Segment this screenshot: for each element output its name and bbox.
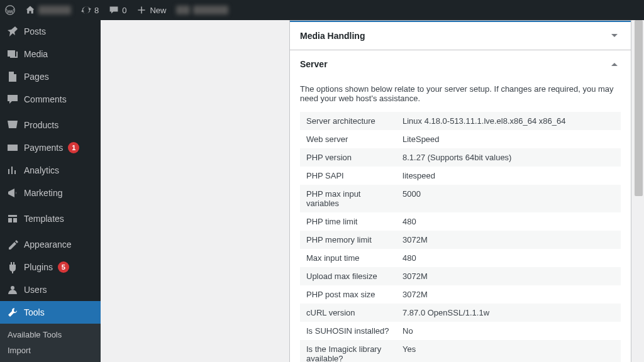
comments-link[interactable]: 0 <box>104 0 131 20</box>
table-row: Is the Imagick library available?Yes <box>300 340 621 362</box>
page-icon <box>6 70 19 83</box>
product-icon <box>6 119 19 131</box>
sidebar-item-comments[interactable]: Comments <box>0 88 101 111</box>
sidebar-item-label: Templates <box>24 214 64 224</box>
sidebar-item-label: Comments <box>24 94 67 104</box>
info-value: Yes <box>396 340 621 362</box>
extra-item[interactable] <box>171 0 233 20</box>
table-row: PHP version8.1.27 (Supports 64bit values… <box>300 148 621 167</box>
info-value: 480 <box>396 249 621 267</box>
panel-title: Media Handling <box>300 31 365 41</box>
table-row: PHP post max size3072M <box>300 285 621 304</box>
tools-submenu: Available ToolsImportExportSite Health1E… <box>0 324 101 362</box>
info-key: cURL version <box>300 304 396 322</box>
scrollbar-thumb[interactable] <box>635 20 643 196</box>
pin-icon <box>6 25 19 38</box>
info-key: PHP version <box>300 148 396 167</box>
site-name[interactable] <box>20 0 76 20</box>
sidebar-item-posts[interactable]: Posts <box>0 20 101 43</box>
tools-icon <box>6 306 19 319</box>
template-icon <box>6 212 19 225</box>
updates-link[interactable]: 8 <box>76 0 104 20</box>
info-value: 480 <box>396 212 621 231</box>
submenu-item-label: Available Tools <box>8 330 62 339</box>
main-content: Media Handling Server The options shown … <box>101 20 644 362</box>
refresh-icon <box>81 5 91 15</box>
plus-icon <box>136 5 147 15</box>
vertical-scrollbar[interactable] <box>633 20 644 362</box>
table-row: Server architectureLinux 4.18.0-513.11.1… <box>300 112 621 130</box>
sidebar-item-tools[interactable]: Tools <box>0 301 101 324</box>
info-key: Is the Imagick library available? <box>300 340 396 362</box>
home-icon <box>25 5 35 15</box>
table-row: PHP max input variables5000 <box>300 185 621 212</box>
sidebar-item-marketing[interactable]: Marketing <box>0 182 101 204</box>
info-key: Upload max filesize <box>300 267 396 285</box>
info-value: 3072M <box>396 285 621 304</box>
new-content[interactable]: New <box>131 0 171 20</box>
info-key: PHP max input variables <box>300 185 396 212</box>
chevron-up-icon <box>608 58 621 70</box>
info-value: No <box>396 322 621 340</box>
panel-header-server[interactable]: Server <box>290 50 631 78</box>
sidebar-item-media[interactable]: Media <box>0 43 101 65</box>
panel-media-handling: Media Handling <box>289 20 631 50</box>
table-row: PHP SAPIlitespeed <box>300 167 621 185</box>
sidebar-item-label: Products <box>24 120 58 130</box>
marketing-icon <box>6 187 19 199</box>
sidebar-item-label: Payments <box>24 143 63 153</box>
sidebar-item-label: Pages <box>24 72 49 82</box>
sidebar-item-payments[interactable]: Payments1 <box>0 136 101 159</box>
analytics-icon <box>6 164 19 177</box>
submenu-item-label: Import <box>8 346 31 355</box>
info-key: PHP SAPI <box>300 167 396 185</box>
info-value: 7.87.0 OpenSSL/1.1.1w <box>396 304 621 322</box>
sidebar-item-label: Marketing <box>24 188 62 198</box>
wp-logo[interactable] <box>0 0 20 20</box>
submenu-item-import[interactable]: Import <box>0 343 101 358</box>
admin-sidebar: PostsMediaPagesCommentsProductsPayments1… <box>0 20 101 362</box>
info-value: 8.1.27 (Supports 64bit values) <box>396 148 621 167</box>
sidebar-item-label: Analytics <box>24 165 59 175</box>
sidebar-item-label: Plugins <box>24 262 53 272</box>
info-value: LiteSpeed <box>396 130 621 148</box>
media-icon <box>6 48 19 60</box>
appearance-icon <box>6 238 19 251</box>
sidebar-item-appearance[interactable]: Appearance <box>0 233 101 256</box>
users-icon <box>6 283 19 296</box>
sidebar-item-label: Appearance <box>24 239 72 250</box>
submenu-item-export[interactable]: Export <box>0 358 101 362</box>
info-key: PHP time limit <box>300 212 396 231</box>
info-key: Web server <box>300 130 396 148</box>
comments-count: 0 <box>122 6 126 15</box>
sidebar-item-label: Media <box>24 49 48 59</box>
sidebar-item-products[interactable]: Products <box>0 114 101 136</box>
panel-title: Server <box>300 59 328 69</box>
table-row: PHP time limit480 <box>300 212 621 231</box>
sidebar-item-users[interactable]: Users <box>0 278 101 301</box>
panel-header-media-handling[interactable]: Media Handling <box>290 21 631 50</box>
sidebar-item-label: Posts <box>24 26 46 36</box>
update-badge: 5 <box>58 261 69 273</box>
info-value: 3072M <box>396 267 621 285</box>
info-value: litespeed <box>396 167 621 185</box>
server-description: The options shown below relate to your s… <box>300 84 621 103</box>
submenu-item-available-tools[interactable]: Available Tools <box>0 327 101 343</box>
plugin-icon <box>6 261 19 273</box>
sidebar-item-pages[interactable]: Pages <box>0 65 101 88</box>
sidebar-item-label: Tools <box>24 307 45 317</box>
sidebar-item-plugins[interactable]: Plugins5 <box>0 256 101 278</box>
comment-icon <box>109 5 119 15</box>
table-row: Web serverLiteSpeed <box>300 130 621 148</box>
update-badge: 1 <box>68 142 79 153</box>
sidebar-item-templates[interactable]: Templates <box>0 207 101 230</box>
info-key: Max input time <box>300 249 396 267</box>
sidebar-item-analytics[interactable]: Analytics <box>0 159 101 182</box>
admin-top-bar: 8 0 New <box>0 0 644 20</box>
new-label: New <box>150 6 166 15</box>
updates-count: 8 <box>94 6 99 15</box>
info-value: 3072M <box>396 231 621 249</box>
table-row: cURL version7.87.0 OpenSSL/1.1.1w <box>300 304 621 322</box>
table-row: Max input time480 <box>300 249 621 267</box>
panel-body-server: The options shown below relate to your s… <box>290 78 631 362</box>
